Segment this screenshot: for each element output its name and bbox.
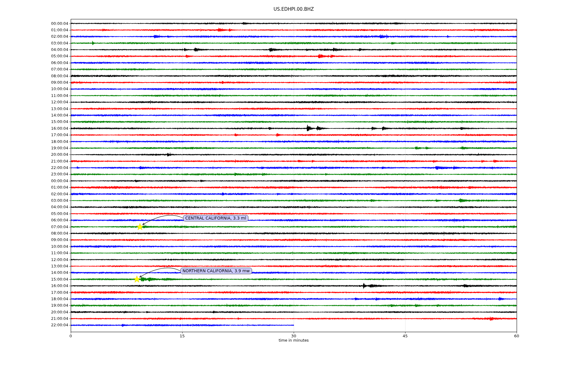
y-tick-label: 09:00:04	[0, 237, 68, 242]
y-tick-label: 12:00:04	[0, 257, 68, 262]
y-tick-label: 02:00:04	[0, 192, 68, 197]
y-tick-label: 02:00:04	[0, 34, 68, 39]
y-tick-label: 13:00:04	[0, 264, 68, 269]
y-tick-label: 20:00:04	[0, 310, 68, 315]
y-tick-label: 03:00:04	[0, 41, 68, 46]
y-tick-label: 19:00:04	[0, 146, 68, 151]
y-tick-label: 11:00:04	[0, 251, 68, 255]
event-star-icon	[133, 276, 141, 283]
x-tick-label: 30	[285, 334, 303, 338]
x-tick-label: 45	[396, 334, 414, 338]
annotation-central-california: CENTRAL CALIFORNIA, 3.3 ml	[183, 215, 248, 221]
y-tick-label: 14:00:04	[0, 270, 68, 275]
y-tick-label: 21:00:04	[0, 316, 68, 321]
event-star-icon	[136, 223, 144, 231]
y-tick-label: 13:00:04	[0, 106, 68, 111]
y-tick-label: 18:00:04	[0, 297, 68, 301]
x-tick-label: 15	[173, 334, 191, 338]
y-tick-label: 17:00:04	[0, 290, 68, 295]
y-tick-label: 08:00:04	[0, 74, 68, 79]
y-tick-label: 07:00:04	[0, 224, 68, 229]
y-tick-label: 08:00:04	[0, 231, 68, 236]
seismogram-plot-canvas	[0, 0, 588, 368]
y-tick-label: 22:00:04	[0, 323, 68, 328]
y-tick-label: 09:00:04	[0, 80, 68, 85]
y-tick-label: 04:00:04	[0, 47, 68, 52]
y-tick-label: 12:00:04	[0, 100, 68, 105]
y-tick-label: 17:00:04	[0, 132, 68, 137]
y-tick-label: 06:00:04	[0, 60, 68, 65]
x-tick-label: 60	[507, 334, 526, 338]
y-tick-label: 05:00:04	[0, 54, 68, 59]
plot-title: US.EDHPI.00.BHZ	[71, 6, 517, 12]
y-tick-label: 15:00:04	[0, 119, 68, 124]
y-tick-label: 06:00:04	[0, 218, 68, 223]
y-tick-label: 01:00:04	[0, 28, 68, 33]
x-axis-label: time in minutes	[71, 338, 517, 343]
y-tick-label: 10:00:04	[0, 86, 68, 91]
y-tick-label: 22:00:04	[0, 165, 68, 170]
y-tick-label: 03:00:04	[0, 198, 68, 203]
y-tick-label: 16:00:04	[0, 126, 68, 131]
y-tick-label: 00:00:04	[0, 21, 68, 26]
y-tick-label: 01:00:04	[0, 185, 68, 190]
y-tick-label: 23:00:04	[0, 172, 68, 177]
y-tick-label: 18:00:04	[0, 139, 68, 144]
annotation-northern-california: NORTHERN CALIFORNIA, 3.9 mw	[180, 268, 252, 274]
y-tick-label: 05:00:04	[0, 211, 68, 216]
y-tick-label: 10:00:04	[0, 244, 68, 249]
x-tick-label: 0	[62, 334, 80, 338]
seismogram-figure: US.EDHPI.00.BHZ time in minutes 00:00:04…	[0, 0, 588, 368]
y-tick-label: 21:00:04	[0, 159, 68, 164]
y-tick-label: 04:00:04	[0, 205, 68, 209]
y-tick-label: 20:00:04	[0, 152, 68, 157]
y-tick-label: 19:00:04	[0, 303, 68, 308]
y-tick-label: 07:00:04	[0, 67, 68, 72]
y-tick-label: 16:00:04	[0, 283, 68, 288]
y-tick-label: 00:00:04	[0, 178, 68, 183]
y-tick-label: 15:00:04	[0, 277, 68, 282]
y-tick-label: 14:00:04	[0, 113, 68, 118]
y-tick-label: 11:00:04	[0, 93, 68, 98]
